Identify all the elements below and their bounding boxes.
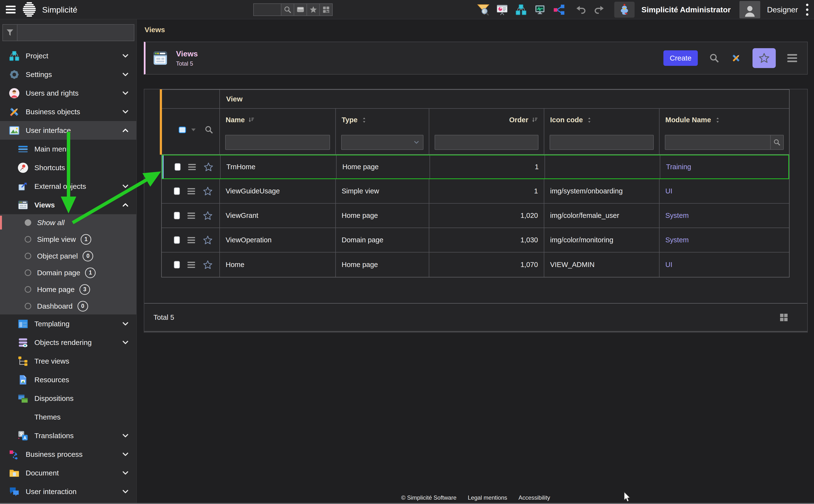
sidebar-item-business-process[interactable]: Business process [0, 445, 136, 464]
column-header-module-name[interactable]: Module Name [660, 109, 789, 154]
sidebar-item-show-all[interactable]: Show all [0, 214, 136, 231]
row-checkbox[interactable] [175, 163, 181, 171]
sidebar-item-themes[interactable]: Themes [0, 408, 136, 426]
sidebar-item-objects-rendering[interactable]: Objects rendering [0, 333, 136, 352]
sidebar-item-business-objects[interactable]: Business objects [0, 102, 136, 121]
module-filter-input[interactable] [665, 135, 770, 149]
row-checkbox[interactable] [174, 261, 180, 268]
sidebar-item-users-and-rights[interactable]: Users and rights [0, 84, 136, 102]
select-dropdown-icon[interactable] [191, 129, 196, 131]
sidebar-item-dashboard[interactable]: Dashboard0 [0, 298, 136, 314]
legal-mentions-link[interactable]: Legal mentions [468, 494, 507, 501]
sort-applied-icon[interactable] [248, 116, 255, 124]
module-link[interactable]: Training [666, 163, 691, 171]
sidebar-item-user-interface[interactable]: User interface [0, 121, 136, 140]
sidebar-item-resources[interactable]: Resources [0, 370, 136, 389]
design-tools-icon[interactable] [731, 53, 741, 63]
dashboard-presentation-icon[interactable] [496, 4, 508, 16]
module-link[interactable]: UI [665, 261, 672, 269]
radio-icon[interactable] [25, 286, 31, 293]
simplicite-logo-icon[interactable] [23, 2, 36, 17]
module-link[interactable]: System [665, 212, 689, 220]
more-options-kebab-icon[interactable] [805, 3, 810, 16]
business-flows-icon[interactable] [553, 4, 565, 16]
icon-code-filter-input[interactable] [550, 135, 653, 149]
module-filter-search-button[interactable] [770, 135, 783, 149]
chevron-down-icon[interactable] [121, 52, 130, 60]
sidebar-filter-button[interactable] [2, 24, 17, 41]
row-menu-icon[interactable] [188, 163, 196, 171]
table-search-icon[interactable] [204, 125, 214, 134]
sidebar-item-tree-views[interactable]: Tree views [0, 352, 136, 370]
order-filter-input[interactable] [435, 135, 538, 149]
chevron-down-icon[interactable] [121, 320, 130, 328]
global-search-input[interactable] [254, 4, 281, 15]
favorite-button[interactable] [753, 48, 776, 68]
radio-icon[interactable] [25, 303, 31, 309]
chevron-up-icon[interactable] [121, 201, 130, 209]
modules-cubes-icon[interactable] [515, 4, 527, 16]
assistant-genie-button[interactable] [614, 2, 635, 18]
row-menu-icon[interactable] [187, 188, 195, 195]
filter-search-icon[interactable] [477, 4, 489, 16]
redo-icon[interactable] [593, 4, 604, 15]
apps-grid-button[interactable] [319, 4, 332, 15]
chevron-down-icon[interactable] [121, 108, 130, 116]
sidebar-filter-input[interactable] [17, 24, 134, 41]
sidebar-item-project[interactable]: Project [0, 46, 136, 65]
chevron-down-icon[interactable] [121, 70, 130, 79]
panel-menu-icon[interactable] [787, 53, 798, 63]
row-checkbox[interactable] [174, 236, 180, 244]
chevron-down-icon[interactable] [121, 89, 130, 97]
column-header-order[interactable]: Order [429, 109, 544, 154]
sidebar-item-shortcuts[interactable]: Shortcuts [0, 158, 136, 177]
sort-icon[interactable] [361, 116, 368, 124]
row-favorite-star-icon[interactable] [203, 260, 213, 270]
table-row-home[interactable]: HomeHome page1,070VIEW_ADMINUI [162, 252, 789, 277]
grid-view-icon[interactable] [779, 313, 788, 322]
radio-selected-icon[interactable] [25, 219, 31, 226]
radio-icon[interactable] [25, 269, 31, 276]
sidebar-item-translations[interactable]: ATranslations [0, 426, 136, 445]
sidebar-item-simple-view[interactable]: Simple view1 [0, 231, 136, 248]
sidebar-item-views[interactable]: Views [0, 196, 136, 214]
chevron-down-icon[interactable] [121, 182, 130, 191]
sidebar-item-user-interaction[interactable]: User interaction [0, 482, 136, 501]
monitoring-icon[interactable] [534, 4, 546, 16]
type-filter-select[interactable] [341, 135, 423, 150]
favorites-button[interactable] [307, 4, 319, 15]
column-header-icon-code[interactable]: Icon code [544, 109, 660, 154]
type-filter-input[interactable] [342, 135, 413, 149]
sidebar-item-external-objects[interactable]: External objects [0, 177, 136, 196]
accessibility-link[interactable]: Accessibility [518, 494, 550, 501]
chevron-down-icon[interactable] [121, 338, 130, 347]
column-header-type[interactable]: Type [336, 109, 429, 154]
breadcrumb[interactable]: Views [145, 26, 165, 34]
table-row-viewguideusage[interactable]: ViewGuideUsageSimple view1img/system/onb… [162, 179, 789, 204]
search-button[interactable] [281, 4, 294, 15]
sidebar-item-home-page[interactable]: Home page3 [0, 281, 136, 298]
row-menu-icon[interactable] [187, 237, 195, 244]
sidebar-item-object-panel[interactable]: Object panel0 [0, 248, 136, 264]
row-menu-icon[interactable] [187, 261, 195, 268]
module-link[interactable]: System [665, 236, 689, 244]
sidebar-item-main-menu[interactable]: Main menu [0, 140, 136, 158]
menu-hamburger-icon[interactable] [6, 6, 16, 14]
module-link[interactable]: UI [665, 187, 672, 195]
sidebar-item-document[interactable]: Document [0, 464, 136, 482]
sidebar-item-domain-page[interactable]: Domain page1 [0, 264, 136, 281]
sidebar-item-templating[interactable]: Templating [0, 314, 136, 333]
chevron-up-icon[interactable] [121, 126, 130, 135]
column-header-name[interactable]: Name [220, 109, 336, 154]
create-button[interactable]: Create [663, 50, 698, 66]
avatar[interactable] [739, 1, 760, 18]
table-row-viewgrant[interactable]: ViewGrantHome page1,020img/color/female_… [162, 204, 789, 228]
chevron-down-icon[interactable] [121, 450, 130, 458]
sort-icon[interactable] [586, 116, 593, 124]
panel-search-icon[interactable] [709, 53, 720, 63]
sort-applied-icon[interactable] [531, 116, 538, 124]
sort-icon[interactable] [714, 116, 721, 124]
table-row-viewoperation[interactable]: ViewOperationDomain page1,030img/color/m… [162, 228, 789, 252]
radio-icon[interactable] [25, 236, 31, 243]
sidebar-item-settings[interactable]: Settings [0, 65, 136, 84]
